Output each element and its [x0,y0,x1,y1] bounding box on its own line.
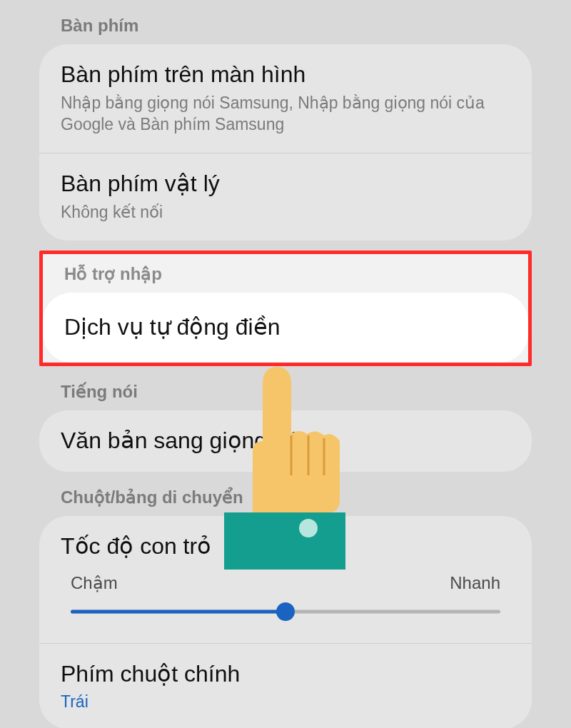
section-header-pointer: Chuột/bảng di chuyển [39,472,532,516]
row-onscreen-keyboard[interactable]: Bàn phím trên màn hình Nhập bằng giọng n… [39,44,532,153]
pointer-speed-fast-label: Nhanh [450,573,500,593]
section-header-input-assist: Hỗ trợ nhập [43,254,528,293]
section-header-speech: Tiếng nói [39,366,532,410]
slider-thumb[interactable] [276,602,295,621]
autofill-service-title: Dịch vụ tự động điền [64,313,507,341]
primary-button-title: Phím chuột chính [61,659,510,688]
row-physical-keyboard[interactable]: Bàn phím vật lý Không kết nối [39,153,532,241]
physical-keyboard-title: Bàn phím vật lý [61,169,510,198]
row-autofill-service[interactable]: Dịch vụ tự động điền [43,293,528,363]
card-speech: Văn bản sang giọng nói [39,410,532,472]
onscreen-keyboard-title: Bàn phím trên màn hình [61,60,510,89]
physical-keyboard-sub: Không kết nối [61,202,510,223]
onscreen-keyboard-sub: Nhập bằng giọng nói Samsung, Nhập bằng g… [61,93,510,136]
pointer-speed-title: Tốc độ con trỏ [61,532,510,560]
highlight-autofill: Hỗ trợ nhập Dịch vụ tự động điền [39,251,532,366]
tts-title: Văn bản sang giọng nói [61,426,510,455]
section-header-keyboard: Bàn phím [39,0,532,44]
pointer-speed-slow-label: Chậm [71,573,118,593]
row-pointer-speed: Tốc độ con trỏ Chậm Nhanh [39,516,532,643]
primary-button-value: Trái [61,692,510,712]
slider-fill [71,610,286,613]
pointer-speed-slider[interactable] [71,600,500,623]
card-autofill: Dịch vụ tự động điền [43,293,528,363]
row-text-to-speech[interactable]: Văn bản sang giọng nói [39,410,532,472]
card-pointer: Tốc độ con trỏ Chậm Nhanh Phím chuột chí… [39,516,532,728]
row-primary-mouse-button[interactable]: Phím chuột chính Trái [39,643,532,728]
card-keyboard: Bàn phím trên màn hình Nhập bằng giọng n… [39,44,532,241]
